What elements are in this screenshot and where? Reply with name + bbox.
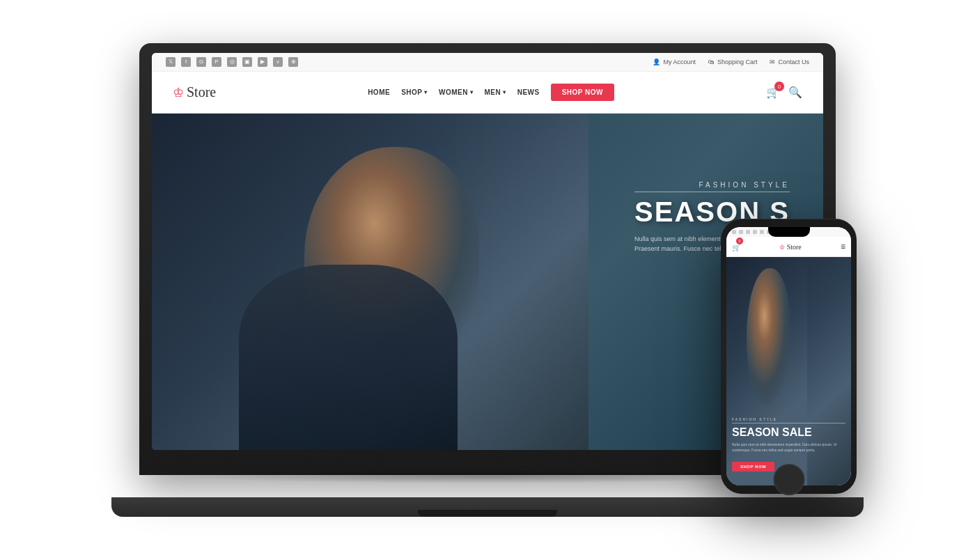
user-icon: 👤 [653,59,660,65]
social-icons-group: 𝕏 f G P ◎ ▣ ▶ v ⊕ [166,57,298,67]
phone-season-sale: SEASON SALE [732,426,845,439]
phone-device: 🛒 0 ♔ Store ≡ FASHION STYLE SEASON SALE [721,219,857,494]
cart-badge: 0 [774,81,784,91]
phone-navbar: 🛒 0 ♔ Store ≡ [726,237,851,257]
logo-icon: ♔ [173,85,184,100]
twitter-icon[interactable]: 𝕏 [166,57,176,67]
fashion-style-label: FASHION STYLE [634,181,790,192]
hero-clothes [239,265,457,450]
logo-text: Store [187,84,216,100]
bag-icon: 🛍 [708,59,715,65]
nav-men[interactable]: MEN [484,88,506,96]
facebook-icon[interactable]: f [181,57,191,67]
phone-social-icon-4 [753,230,757,234]
shop-now-button[interactable]: SHOP NOW [551,84,614,101]
nav-home[interactable]: HOME [368,88,390,96]
nav-right: 🛒 0 🔍 [766,86,802,99]
nav-news[interactable]: NEWS [517,88,540,96]
phone-logo-text: Store [787,243,802,251]
nav-shop[interactable]: SHOP [401,88,428,96]
contact-label: Contact Us [778,59,809,65]
pinterest-icon[interactable]: P [212,57,221,67]
cart-icon[interactable]: 🛒 0 [766,86,780,99]
contact-us-link[interactable]: ✉ Contact Us [770,59,809,65]
account-label: My Account [663,59,696,65]
laptop-shadow [174,469,801,483]
phone-hero-section: FASHION STYLE SEASON SALE Nulla quis sem… [726,257,851,485]
nav-links: HOME SHOP WOMEN MEN NEWS SHOP NOW [368,84,614,101]
phone-screen: 🛒 0 ♔ Store ≡ FASHION STYLE SEASON SALE [726,227,851,485]
phone-cart-badge: 0 [736,238,743,244]
youtube-icon[interactable]: ▶ [258,57,267,67]
phone-home-button[interactable] [773,464,804,495]
search-icon[interactable]: 🔍 [788,86,802,99]
cart-label: Shopping Cart [717,59,758,65]
phone-social-icon-2 [739,230,743,234]
logo[interactable]: ♔ Store [173,84,216,100]
gplus-icon[interactable]: G [196,57,206,67]
phone-logo[interactable]: ♔ Store [779,243,802,251]
phone-shop-now-button[interactable]: SHOP NOW [732,462,774,472]
navbar: ♔ Store HOME SHOP WOMEN MEN NEWS SHOP NO… [152,72,823,114]
phone-social-icon-1 [732,230,736,234]
phone-cart-icon[interactable]: 🛒 0 [732,240,740,253]
top-bar: 𝕏 f G P ◎ ▣ ▶ v ⊕ 👤 [152,53,823,72]
phone-social-icon-5 [760,230,764,234]
phone-notch [768,227,810,237]
rss-icon[interactable]: ⊕ [288,57,298,67]
envelope-icon: ✉ [770,59,775,65]
phone-fashion-label: FASHION STYLE [732,417,845,423]
shopping-cart-link[interactable]: 🛍 Shopping Cart [708,59,758,65]
phone-outer: 🛒 0 ♔ Store ≡ FASHION STYLE SEASON SALE [721,219,857,494]
laptop-base [111,497,864,517]
phone-social-icon-3 [746,230,750,234]
phone-logo-icon: ♔ [779,244,785,251]
hero-figure [152,114,588,450]
phone-hamburger-icon[interactable]: ≡ [841,242,845,251]
top-bar-links: 👤 My Account 🛍 Shopping Cart ✉ Contact U… [653,59,809,65]
vimeo-icon[interactable]: v [273,57,283,67]
my-account-link[interactable]: 👤 My Account [653,59,696,65]
dribbble-icon[interactable]: ◎ [227,57,237,67]
nav-women[interactable]: WOMEN [439,88,473,96]
phone-description: Nulla quis sem at nibh elementum imperdi… [732,442,845,453]
instagram-icon[interactable]: ▣ [242,57,252,67]
scene: 𝕏 f G P ◎ ▣ ▶ v ⊕ 👤 [0,0,975,560]
